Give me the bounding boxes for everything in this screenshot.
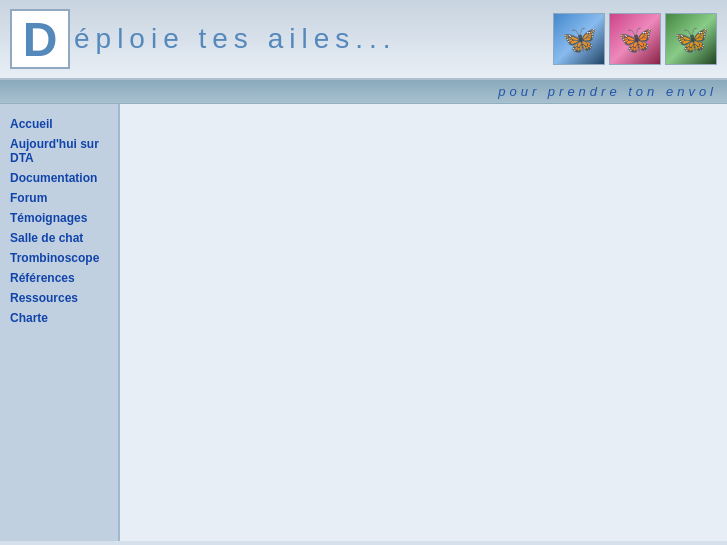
nav-item-accueil[interactable]: Accueil [0, 114, 118, 134]
nav-item-aujourdhui[interactable]: Aujourd'hui sur DTA [0, 134, 118, 168]
header: D éploie tes ailes... 🦋 🦋 🦋 [0, 0, 727, 80]
content-area [120, 104, 727, 541]
logo-letter: D [10, 9, 70, 69]
nav-item-charte[interactable]: Charte [0, 308, 118, 328]
logo-text: éploie tes ailes... [74, 23, 397, 55]
header-image-blue: 🦋 [553, 13, 605, 65]
header-image-pink: 🦋 [609, 13, 661, 65]
nav-item-salle-de-chat[interactable]: Salle de chat [0, 228, 118, 248]
butterfly-pink-icon: 🦋 [610, 14, 660, 64]
logo-area: D éploie tes ailes... [10, 9, 397, 69]
nav-item-trombinoscope[interactable]: Trombinoscope [0, 248, 118, 268]
subtitle-bar: pour prendre ton envol [0, 80, 727, 104]
subtitle-text: pour prendre ton envol [498, 84, 717, 99]
main-layout: Accueil Aujourd'hui sur DTA Documentatio… [0, 104, 727, 541]
sidebar: Accueil Aujourd'hui sur DTA Documentatio… [0, 104, 120, 541]
nav-item-forum[interactable]: Forum [0, 188, 118, 208]
nav-item-temoignages[interactable]: Témoignages [0, 208, 118, 228]
header-images: 🦋 🦋 🦋 [553, 13, 717, 65]
butterfly-green-icon: 🦋 [666, 14, 716, 64]
butterfly-blue-icon: 🦋 [554, 14, 604, 64]
nav-item-references[interactable]: Références [0, 268, 118, 288]
header-image-green: 🦋 [665, 13, 717, 65]
nav-item-documentation[interactable]: Documentation [0, 168, 118, 188]
nav-item-ressources[interactable]: Ressources [0, 288, 118, 308]
